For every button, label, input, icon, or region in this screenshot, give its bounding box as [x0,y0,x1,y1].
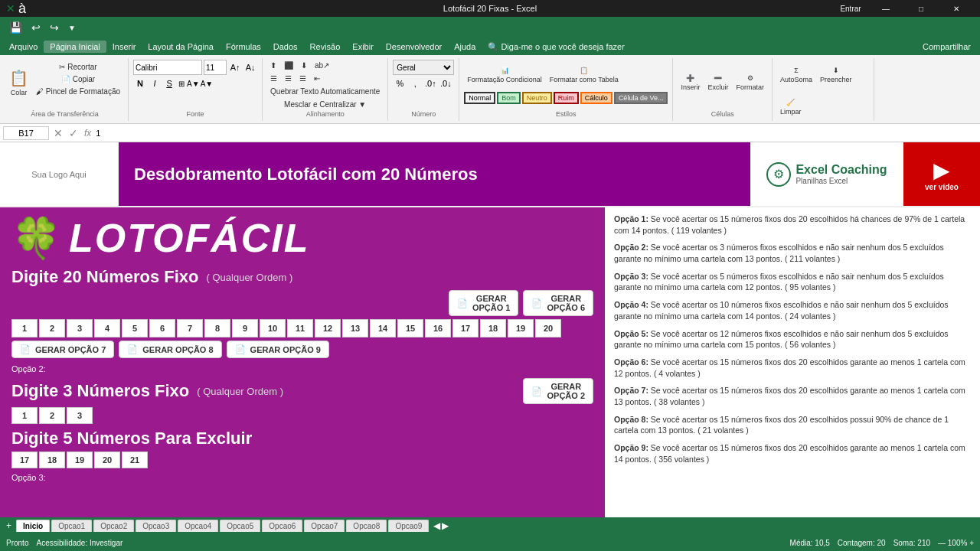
style-calculo[interactable]: Cálculo [580,92,612,104]
clear-btn[interactable]: 🧹 Limpar [777,92,805,122]
number-cell[interactable]: 9 [232,319,258,337]
comma-btn[interactable]: , [408,77,422,90]
font-name-input[interactable] [133,60,202,75]
number-format-select[interactable]: Geral [393,60,454,75]
number-cell[interactable]: 15 [397,319,423,337]
number-cell[interactable]: 8 [204,319,230,337]
sheet-tab-opcao8[interactable]: Opcao8 [346,520,387,532]
number-cell-exclude[interactable]: 19 [67,452,93,468]
format-table-btn[interactable]: 📋 Formatar como Tabela [547,60,622,90]
sheet-tab-opcao1[interactable]: Opcao1 [51,520,92,532]
maximize-button[interactable]: □ [903,0,939,17]
sheet-tab-opcao4[interactable]: Opcao4 [178,520,218,532]
align-right-btn[interactable]: ☰ [296,73,309,84]
number-cell[interactable]: 1 [11,319,38,337]
number-cell[interactable]: 7 [177,319,203,337]
sheet-tab-opcao9[interactable]: Opcao9 [388,520,429,532]
formula-input[interactable] [96,129,977,138]
gerar-opcao1-button[interactable]: 📄 GERAROPÇÃO 1 [449,290,519,316]
undo-quick-btn[interactable]: ↩ [28,20,44,35]
sheet-scroll-right[interactable]: ▶ [442,520,449,531]
number-cell-exclude[interactable]: 20 [94,452,120,468]
wrap-text-btn[interactable]: Quebrar Texto Automaticamente [267,86,383,97]
number-cell[interactable]: 5 [122,319,148,337]
gerar-opcao6-button[interactable]: 📄 GERAROPÇÃO 6 [523,290,593,316]
insert-cell-btn[interactable]: ➕ Inserir [678,60,703,106]
decrease-decimal-btn[interactable]: .0↓ [439,77,452,90]
percent-btn[interactable]: % [393,77,407,90]
add-sheet-btn[interactable]: + [6,520,11,531]
copy-button[interactable]: 📄 Copiar [33,73,123,85]
menu-dados[interactable]: Dados [267,41,304,53]
number-cell-3[interactable]: 2 [39,407,65,424]
sheet-tab-opcao6[interactable]: Opcao6 [262,520,302,532]
underline-button[interactable]: S [162,77,176,90]
style-celula[interactable]: Célula de Ve... [614,92,668,104]
number-cell-exclude[interactable]: 18 [39,452,65,468]
sheet-tab-opcao5[interactable]: Opcao5 [220,520,260,532]
font-decrease-btn[interactable]: A↓ [243,60,257,74]
format-cell-btn[interactable]: ⚙ Formatar [733,60,767,106]
paste-button[interactable]: 📋 Colar [6,60,31,106]
number-cell[interactable]: 10 [260,319,286,337]
align-bottom-btn[interactable]: ⬇ [298,60,310,71]
menu-search[interactable]: 🔍 Diga-me o que você deseja fazer [482,41,630,54]
menu-formulas[interactable]: Fórmulas [220,41,267,53]
menu-arquivo[interactable]: Arquivo [3,41,44,53]
format-painter-button[interactable]: 🖌 Pincel de Formatação [33,86,123,97]
menu-ajuda[interactable]: Ajuda [448,41,482,53]
autosum-btn[interactable]: Σ AutoSoma [777,60,815,90]
number-cell[interactable]: 13 [342,319,368,337]
indent-btn[interactable]: ⇤ [311,73,323,84]
align-left-btn[interactable]: ☰ [267,73,280,84]
gerar-opcao9-button[interactable]: 📄 GERAR OPÇÃO 9 [227,341,329,358]
share-button[interactable]: Compartilhar [916,41,977,53]
number-cell-exclude[interactable]: 21 [122,452,148,468]
zoom-controls[interactable]: — 100% + [938,539,974,547]
number-cell[interactable]: 17 [452,319,479,337]
font-size-input[interactable] [204,60,227,75]
italic-button[interactable]: I [148,77,162,90]
sheet-tab-opcao7[interactable]: Opcao7 [304,520,345,532]
number-cell[interactable]: 20 [535,319,561,337]
fill-btn[interactable]: ⬇ Preencher [817,60,855,90]
menu-inserir[interactable]: Inserir [106,41,142,53]
close-button[interactable]: ✕ [939,0,974,17]
align-center-btn[interactable]: ☰ [282,73,295,84]
style-normal[interactable]: Normal [464,92,495,104]
number-cell[interactable]: 12 [315,319,341,337]
conditional-format-btn[interactable]: 📊 Formatação Condicional [464,60,545,90]
number-cell[interactable]: 16 [425,319,451,337]
font-increase-btn[interactable]: A↑ [228,60,242,74]
merge-btn[interactable]: Mesclar e Centralizar ▼ [267,99,383,110]
number-cell[interactable]: 2 [39,319,65,337]
number-cell-exclude[interactable]: 17 [11,452,38,468]
number-cell[interactable]: 18 [480,319,506,337]
enter-button[interactable]: Entrar [833,0,868,17]
number-cell[interactable]: 3 [67,319,93,337]
gerar-opcao2-button[interactable]: 📄 GERAROPÇÃO 2 [523,378,593,404]
cut-button[interactable]: ✂ Recortar [33,61,123,73]
gerar-opcao7-button[interactable]: 📄 GERAR OPÇÃO 7 [11,341,114,358]
menu-exibir[interactable]: Exibir [346,41,380,53]
increase-decimal-btn[interactable]: .0↑ [423,77,437,90]
style-neutro[interactable]: Neutro [522,92,552,104]
align-top-btn[interactable]: ⬆ [267,60,279,71]
redo-quick-btn[interactable]: ↪ [47,20,62,35]
style-bom[interactable]: Bom [497,92,521,104]
sheet-tab-inicio[interactable]: Inicio [16,520,50,532]
orient-btn[interactable]: ab↗ [312,60,332,71]
number-cell-3[interactable]: 3 [67,407,93,424]
video-section[interactable]: ▶ ver vídeo [903,142,980,206]
menu-pagina-inicial[interactable]: Página Inicial [44,41,106,53]
sheet-scroll-left[interactable]: ◀ [433,520,440,531]
save-quick-btn[interactable]: 💾 [6,20,25,35]
number-cell-3[interactable]: 1 [11,407,38,424]
menu-layout[interactable]: Layout da Página [142,41,220,53]
cell-reference-input[interactable] [3,126,49,140]
style-ruim[interactable]: Ruim [554,92,579,104]
number-cell[interactable]: 11 [287,319,313,337]
number-cell[interactable]: 14 [370,319,396,337]
number-cell[interactable]: 19 [508,319,534,337]
menu-desenvolvedor[interactable]: Desenvolvedor [380,41,448,53]
